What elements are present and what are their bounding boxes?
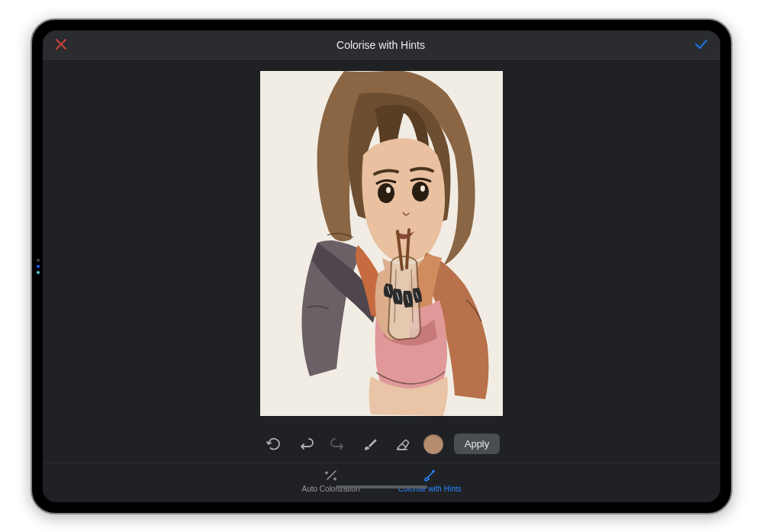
mode-tabs: Auto Colorization Colorise with Hints xyxy=(43,463,720,502)
eraser-icon[interactable] xyxy=(391,434,413,455)
redo-icon xyxy=(327,434,349,455)
tool-bar: Apply xyxy=(43,426,720,463)
tab-colorise-with-hints[interactable]: Colorise with Hints xyxy=(398,468,462,493)
color-picker-swatch[interactable] xyxy=(423,434,443,454)
tab-auto-colorization[interactable]: Auto Colorization xyxy=(302,468,360,493)
svg-point-0 xyxy=(378,183,394,203)
reset-icon[interactable] xyxy=(263,434,285,455)
header-bar: Colorise with Hints xyxy=(43,31,720,61)
app-screen: Colorise with Hints xyxy=(43,31,720,502)
svg-point-2 xyxy=(386,187,391,193)
svg-point-3 xyxy=(420,185,425,192)
wand-icon xyxy=(324,468,338,483)
page-title: Colorise with Hints xyxy=(336,39,425,51)
close-button[interactable] xyxy=(55,37,67,54)
artwork-canvas[interactable] xyxy=(260,71,503,416)
canvas-area[interactable] xyxy=(43,61,720,426)
undo-icon[interactable] xyxy=(295,434,317,455)
apply-button[interactable]: Apply xyxy=(454,434,501,454)
svg-point-1 xyxy=(412,182,429,202)
brush-sparkle-icon xyxy=(423,468,436,483)
confirm-button[interactable] xyxy=(694,37,708,53)
home-indicator[interactable] xyxy=(336,485,427,488)
brush-icon[interactable] xyxy=(359,434,381,455)
tablet-device-frame: Colorise with Hints xyxy=(31,18,732,514)
